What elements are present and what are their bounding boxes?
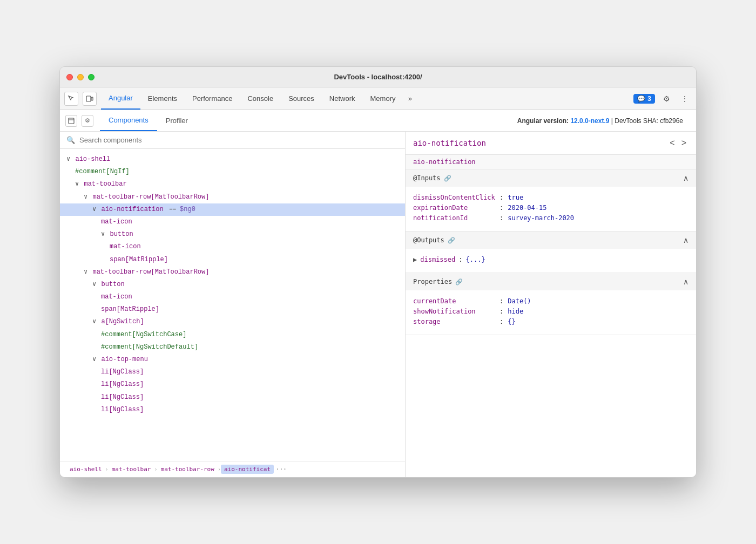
next-component-button[interactable]: >	[679, 137, 688, 149]
breadcrumb-mat-toolbar[interactable]: mat-toolbar	[109, 465, 154, 474]
more-tabs-button[interactable]: »	[403, 92, 417, 106]
tab-components[interactable]: Components	[100, 110, 157, 131]
devtools-sha: cfb296e	[660, 117, 683, 125]
outputs-link-icon[interactable]: 🔗	[448, 237, 455, 244]
properties-section-header[interactable]: Properties 🔗 ∧	[406, 273, 696, 290]
prop-value: Date()	[508, 297, 531, 305]
angular-version-value: 12.0.0-next.9	[570, 117, 609, 125]
devtools-window: DevTools - localhost:4200/ Angular Eleme…	[59, 66, 697, 478]
traffic-lights	[66, 74, 94, 80]
angular-version-info: Angular version: 12.0.0-next.9 | DevTool…	[517, 117, 683, 125]
settings-button[interactable]: ⚙	[659, 92, 673, 106]
title-bar: DevTools - localhost:4200/	[60, 67, 696, 87]
output-expand-icon[interactable]: ▶	[413, 256, 417, 263]
tree-row-li-ngclass-4[interactable]: li[NgClass]	[60, 404, 405, 416]
inputs-section-header[interactable]: @Inputs 🔗 ∧	[406, 169, 696, 187]
tab-performance[interactable]: Performance	[185, 87, 240, 110]
expand-icon[interactable]	[65, 115, 77, 127]
properties-title: Properties 🔗	[413, 278, 463, 285]
tree-row-aio-shell[interactable]: ∨ aio-shell	[60, 153, 405, 166]
inputs-section: @Inputs 🔗 ∧ dismissOnContentClick : true…	[406, 169, 696, 232]
output-dismissed: ▶ dismissed : {...}	[413, 256, 688, 263]
tree-row-a-ngswitch[interactable]: ∨ a[NgSwitch]	[60, 316, 405, 328]
tree-row-mat-toolbar-row-1[interactable]: ∨ mat-toolbar-row[MatToolbarRow]	[60, 191, 405, 203]
device-icon[interactable]	[83, 92, 97, 106]
ng0-badge: ==	[166, 206, 180, 213]
settings-sub-icon[interactable]: ⚙	[82, 115, 93, 127]
tree-row-mat-toolbar-row-2[interactable]: ∨ mat-toolbar-row[MatToolbarRow]	[60, 266, 405, 278]
inputs-link-icon[interactable]: 🔗	[444, 175, 451, 182]
inputs-section-body: dismissOnContentClick : true expirationD…	[406, 187, 696, 231]
tree-row-aio-notification[interactable]: ∨ aio-notification == $ng0	[60, 203, 405, 216]
chat-count: 3	[647, 95, 651, 103]
outputs-section-body: ▶ dismissed : {...}	[406, 249, 696, 273]
prop-key: dismissOnContentClick	[413, 194, 500, 201]
tree-row-comment-ngif[interactable]: #comment[NgIf]	[60, 166, 405, 178]
tab-network[interactable]: Network	[322, 87, 363, 110]
tree-row-aio-top-menu[interactable]: ∨ aio-top-menu	[60, 353, 405, 366]
svg-rect-0	[86, 96, 91, 101]
prop-key: storage	[413, 318, 500, 325]
inspect-icon[interactable]	[64, 92, 78, 106]
tree-row-mat-icon-2[interactable]: mat-icon	[60, 241, 405, 253]
inputs-title: @Inputs 🔗	[413, 174, 451, 182]
properties-link-icon[interactable]: 🔗	[455, 278, 463, 285]
sub-toolbar: ⚙ Components Profiler Angular version: 1…	[60, 110, 696, 132]
svg-rect-1	[91, 97, 93, 100]
tree-row-span-matripple-2[interactable]: span[MatRipple]	[60, 303, 405, 316]
prop-storage: storage : {}	[413, 318, 688, 325]
breadcrumb-aio-shell[interactable]: aio-shell	[66, 465, 105, 474]
output-value: {...}	[466, 256, 485, 263]
tree-row-button-1[interactable]: ∨ button	[60, 228, 405, 241]
tab-profiler[interactable]: Profiler	[157, 110, 197, 131]
tree-row-li-ngclass-3[interactable]: li[NgClass]	[60, 391, 405, 404]
right-nav: < >	[667, 137, 688, 149]
tab-memory[interactable]: Memory	[363, 87, 403, 110]
angular-version-label: Angular version:	[517, 117, 571, 125]
prop-key: expirationDate	[413, 204, 500, 212]
outputs-collapse-button[interactable]: ∧	[683, 236, 688, 244]
prop-expirationDate: expirationDate : 2020-04-15	[413, 204, 688, 212]
version-sep: | DevTools SHA:	[609, 117, 660, 125]
breadcrumb-aio-notification[interactable]: aio-notificat	[221, 465, 274, 474]
breadcrumb-more-button[interactable]: ···	[274, 465, 289, 474]
tab-elements[interactable]: Elements	[140, 87, 185, 110]
outputs-section: @Outputs 🔗 ∧ ▶ dismissed : {...}	[406, 232, 696, 273]
chat-badge[interactable]: 💬 3	[633, 94, 655, 104]
tree-row-comment-ngswitchcase[interactable]: #comment[NgSwitchCase]	[60, 329, 405, 341]
minimize-button[interactable]	[77, 74, 84, 80]
breadcrumb-mat-toolbar-row[interactable]: mat-toolbar-row	[158, 465, 218, 474]
tree-row-mat-icon-3[interactable]: mat-icon	[60, 291, 405, 303]
maximize-button[interactable]	[88, 74, 94, 80]
prop-key: showNotification	[413, 308, 500, 315]
tree-row-comment-ngswitchdefault[interactable]: #comment[NgSwitchDefault]	[60, 341, 405, 353]
properties-collapse-button[interactable]: ∧	[683, 277, 688, 286]
more-menu-button[interactable]: ⋮	[678, 92, 692, 106]
tabs-right: 💬 3 ⚙ ⋮	[633, 92, 692, 106]
tree-row-li-ngclass-2[interactable]: li[NgClass]	[60, 378, 405, 391]
sub-toolbar-icons: ⚙	[65, 115, 93, 127]
devtools-tabs: Angular Elements Performance Console Sou…	[101, 87, 633, 110]
tab-console[interactable]: Console	[240, 87, 281, 110]
breadcrumb-sep-2: ›	[154, 466, 158, 472]
tree-row-mat-icon-1[interactable]: mat-icon	[60, 216, 405, 228]
sub-tabs: Components Profiler	[100, 110, 392, 131]
tree-row-li-ngclass-1[interactable]: li[NgClass]	[60, 366, 405, 378]
tab-angular[interactable]: Angular	[101, 87, 140, 110]
chevron-icon: ∨	[92, 206, 100, 213]
svg-rect-2	[69, 118, 74, 124]
outputs-section-header[interactable]: @Outputs 🔗 ∧	[406, 232, 696, 249]
left-panel: 🔍 ∨ aio-shell #comment[NgIf] ∨ mat-toolb…	[60, 132, 406, 477]
tree-row-button-2[interactable]: ∨ button	[60, 278, 405, 291]
selected-component-title: aio-notification	[413, 139, 486, 147]
tree-row-span-matripple-1[interactable]: span[MatRipple]	[60, 254, 405, 266]
ng0-variable: $ng0	[180, 206, 195, 213]
tree-row-mat-toolbar[interactable]: ∨ mat-toolbar	[60, 178, 405, 191]
chevron-icon: ∨	[92, 356, 100, 363]
prev-component-button[interactable]: <	[667, 137, 677, 149]
inputs-collapse-button[interactable]: ∧	[683, 174, 688, 182]
tab-sources[interactable]: Sources	[281, 87, 322, 110]
search-input[interactable]	[79, 136, 399, 144]
close-button[interactable]	[66, 74, 73, 80]
prop-value: {}	[508, 318, 515, 325]
